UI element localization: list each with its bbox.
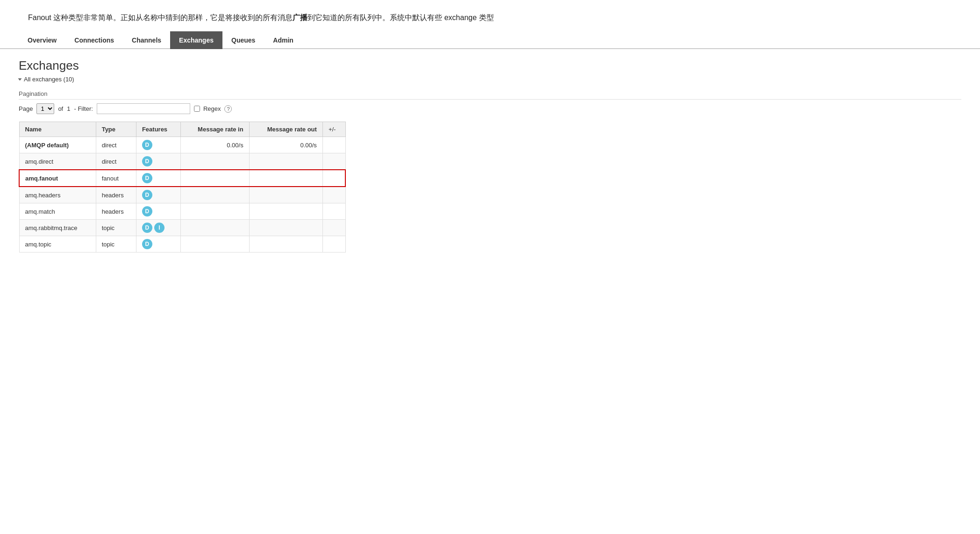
cell-name: (AMQP default) xyxy=(19,137,96,153)
regex-text: Regex xyxy=(203,105,221,112)
cell-features: D xyxy=(136,153,180,170)
feature-badge: D xyxy=(142,140,152,150)
table-row[interactable]: amq.headersheadersD xyxy=(19,187,345,203)
cell-rate-in xyxy=(180,236,249,253)
feature-badge: D xyxy=(142,223,152,233)
feature-badge: D xyxy=(142,156,152,166)
cell-rate-in xyxy=(180,153,249,170)
pagination-section: Pagination Page 1 of 1 - Filter: Regex ? xyxy=(19,90,961,114)
table-row[interactable]: (AMQP default)directD0.00/s0.00/s xyxy=(19,137,345,153)
cell-rate-in xyxy=(180,170,249,187)
col-features: Features xyxy=(136,122,180,137)
cell-rate-in xyxy=(180,203,249,220)
pagination-label: Pagination xyxy=(19,90,961,100)
feature-badge: D xyxy=(142,206,152,216)
cell-rate-out xyxy=(249,170,322,187)
cell-features: D xyxy=(136,187,180,203)
cell-type: topic xyxy=(96,220,136,236)
collapse-icon xyxy=(18,78,22,80)
cell-plus-minus xyxy=(322,153,345,170)
col-type: Type xyxy=(96,122,136,137)
pagination-controls: Page 1 of 1 - Filter: Regex ? xyxy=(19,103,961,114)
cell-rate-out xyxy=(249,153,322,170)
cell-features: D xyxy=(136,137,180,153)
cell-name: amq.fanout xyxy=(19,170,96,187)
nav-admin[interactable]: Admin xyxy=(264,31,302,49)
cell-type: headers xyxy=(96,203,136,220)
cell-rate-in xyxy=(180,187,249,203)
regex-label: Regex xyxy=(194,105,221,112)
cell-plus-minus xyxy=(322,187,345,203)
filter-input[interactable] xyxy=(97,103,190,114)
cell-type: direct xyxy=(96,137,136,153)
cell-rate-in xyxy=(180,220,249,236)
cell-type: topic xyxy=(96,236,136,253)
cell-name: amq.headers xyxy=(19,187,96,203)
of-label: of xyxy=(58,105,63,112)
nav-overview[interactable]: Overview xyxy=(19,31,65,49)
feature-badge: D xyxy=(142,190,152,200)
regex-help-icon[interactable]: ? xyxy=(224,105,232,113)
cell-features: D xyxy=(136,170,180,187)
cell-type: headers xyxy=(96,187,136,203)
cell-plus-minus xyxy=(322,170,345,187)
cell-type: direct xyxy=(96,153,136,170)
main-nav: Overview Connections Channels Exchanges … xyxy=(0,31,980,49)
nav-queues[interactable]: Queues xyxy=(222,31,264,49)
cell-rate-out xyxy=(249,203,322,220)
cell-rate-out: 0.00/s xyxy=(249,137,322,153)
cell-rate-out xyxy=(249,236,322,253)
col-rate-in: Message rate in xyxy=(180,122,249,137)
all-exchanges-header[interactable]: All exchanges (10) xyxy=(19,76,961,83)
nav-connections[interactable]: Connections xyxy=(65,31,123,49)
intro-text: Fanout 这种类型非常简单。正如从名称中猜到的那样，它是将接收到的所有消息广… xyxy=(28,14,494,22)
page-select[interactable]: 1 xyxy=(36,103,54,114)
table-row[interactable]: amq.directdirectD xyxy=(19,153,345,170)
intro-section: Fanout 这种类型非常简单。正如从名称中猜到的那样，它是将接收到的所有消息广… xyxy=(0,0,980,31)
filter-label: - Filter: xyxy=(74,105,93,112)
cell-plus-minus xyxy=(322,220,345,236)
cell-rate-out xyxy=(249,220,322,236)
page-title: Exchanges xyxy=(19,58,961,73)
cell-plus-minus xyxy=(322,236,345,253)
table-row[interactable]: amq.fanoutfanoutD xyxy=(19,170,345,187)
feature-badge: D xyxy=(142,173,152,183)
cell-name: amq.rabbitmq.trace xyxy=(19,220,96,236)
cell-rate-out xyxy=(249,187,322,203)
nav-channels[interactable]: Channels xyxy=(123,31,170,49)
cell-features: D xyxy=(136,203,180,220)
cell-name: amq.direct xyxy=(19,153,96,170)
cell-name: amq.match xyxy=(19,203,96,220)
col-plus-minus: +/- xyxy=(322,122,345,137)
cell-rate-in: 0.00/s xyxy=(180,137,249,153)
feature-badge: I xyxy=(154,223,165,233)
feature-badge: D xyxy=(142,239,152,249)
total-pages: 1 xyxy=(67,105,70,112)
exchanges-table: Name Type Features Message rate in Messa… xyxy=(19,122,346,253)
cell-plus-minus xyxy=(322,203,345,220)
table-row[interactable]: amq.topictopicD xyxy=(19,236,345,253)
cell-features: DI xyxy=(136,220,180,236)
col-name: Name xyxy=(19,122,96,137)
table-row[interactable]: amq.rabbitmq.tracetopicDI xyxy=(19,220,345,236)
cell-type: fanout xyxy=(96,170,136,187)
col-rate-out: Message rate out xyxy=(249,122,322,137)
page-text-label: Page xyxy=(19,105,33,112)
main-content: Exchanges All exchanges (10) Pagination … xyxy=(0,49,980,262)
cell-plus-minus xyxy=(322,137,345,153)
regex-checkbox[interactable] xyxy=(194,106,200,112)
all-exchanges-label: All exchanges (10) xyxy=(24,76,74,83)
cell-name: amq.topic xyxy=(19,236,96,253)
nav-exchanges[interactable]: Exchanges xyxy=(170,31,222,49)
table-row[interactable]: amq.matchheadersD xyxy=(19,203,345,220)
cell-features: D xyxy=(136,236,180,253)
